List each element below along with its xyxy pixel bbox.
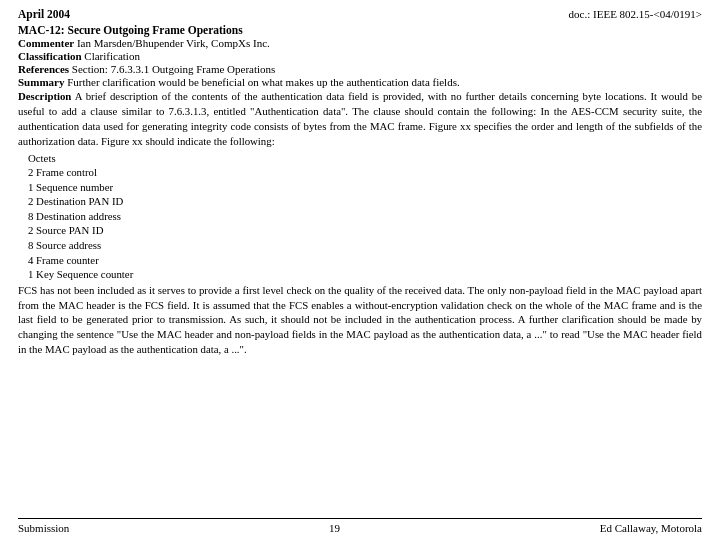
- summary-value: Further clarification would be beneficia…: [67, 76, 460, 88]
- classification-value: Clarification: [84, 50, 140, 62]
- doc-title: MAC-12: Secure Outgoing Frame Operations: [18, 24, 702, 36]
- description-label: Description: [18, 90, 71, 102]
- commenter-label: Commenter: [18, 37, 74, 49]
- header-date: April 2004: [18, 8, 70, 20]
- commenter-line: Commenter Ian Marsden/Bhupender Virk, Co…: [18, 37, 702, 49]
- closing-para: FCS has not been included as it serves t…: [18, 283, 702, 357]
- list-item: 2 Frame control: [28, 165, 702, 180]
- footer-row: Submission 19 Ed Callaway, Motorola: [18, 518, 702, 534]
- footer-right: Ed Callaway, Motorola: [600, 522, 702, 534]
- list-item: 2 Destination PAN ID: [28, 194, 702, 209]
- page-container: April 2004 doc.: IEEE 802.15-<04/0191> M…: [0, 0, 720, 540]
- summary-label: Summary: [18, 76, 64, 88]
- list-header: Octets: [28, 151, 702, 166]
- classification-label: Classification: [18, 50, 82, 62]
- list-item: 1 Sequence number: [28, 180, 702, 195]
- footer-center: 19: [329, 522, 340, 534]
- summary-line: Summary Further clarification would be b…: [18, 76, 702, 88]
- description-text: A brief description of the contents of t…: [18, 90, 702, 147]
- footer-left: Submission: [18, 522, 69, 534]
- commenter-value: Ian Marsden/Bhupender Virk, CompXs Inc.: [77, 37, 270, 49]
- list-item: 2 Source PAN ID: [28, 223, 702, 238]
- references-label: References: [18, 63, 69, 75]
- classification-line: Classification Clarification: [18, 50, 702, 62]
- list-item: 4 Frame counter: [28, 253, 702, 268]
- header-row: April 2004 doc.: IEEE 802.15-<04/0191>: [18, 8, 702, 20]
- references-value: Section: 7.6.3.3.1 Outgoing Frame Operat…: [72, 63, 275, 75]
- list-item: 8 Destination address: [28, 209, 702, 224]
- content-area: Description A brief description of the c…: [18, 89, 702, 514]
- references-line: References Section: 7.6.3.3.1 Outgoing F…: [18, 63, 702, 75]
- list-area: Octets 2 Frame control 1 Sequence number…: [28, 151, 702, 282]
- list-item: 1 Key Sequence counter: [28, 267, 702, 282]
- list-item: 8 Source address: [28, 238, 702, 253]
- header-doc-ref: doc.: IEEE 802.15-<04/0191>: [569, 8, 702, 20]
- description-para: Description A brief description of the c…: [18, 89, 702, 149]
